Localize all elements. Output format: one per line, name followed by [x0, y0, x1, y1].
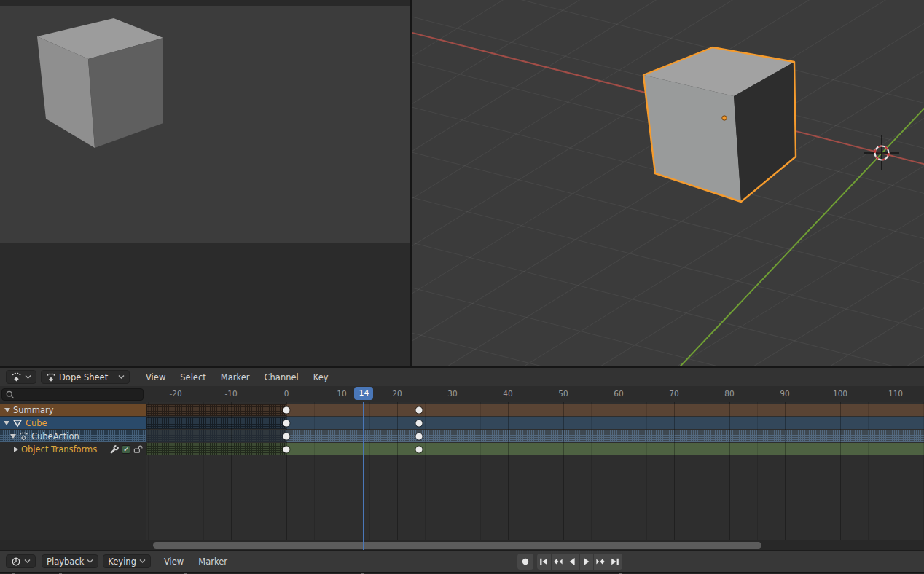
keying-dropdown[interactable]: Keying	[103, 554, 151, 568]
menu-key[interactable]: Key	[306, 372, 336, 382]
search-icon	[6, 390, 15, 399]
record-circle-icon	[520, 556, 531, 567]
channel-label: Summary	[13, 405, 54, 415]
keyframe-dot[interactable]	[416, 446, 423, 452]
viewport-header-clipped	[0, 0, 410, 6]
jump-to-prev-keyframe-button[interactable]	[552, 554, 566, 570]
cube-object-preview[interactable]	[0, 6, 410, 243]
timeline-editor-header: Playback Keying View Marker	[0, 550, 924, 572]
playhead-line[interactable]	[363, 402, 364, 550]
channel-label: Object Transforms	[21, 444, 106, 455]
checkbox-checked[interactable]: ✓	[122, 445, 130, 454]
keyframe-dot[interactable]	[283, 420, 290, 426]
ruler-tick: 50	[558, 389, 568, 398]
ruler-tick: 90	[780, 389, 789, 398]
pre-range-shade	[146, 430, 286, 442]
ruler-tick: 70	[669, 389, 678, 398]
object-origin-dot	[722, 116, 727, 120]
camera-preview-region[interactable]	[0, 6, 410, 243]
keyframe-dot[interactable]	[283, 433, 290, 439]
keyframe-dot[interactable]	[416, 433, 423, 439]
channel-label: Cube	[26, 418, 47, 428]
action-icon	[19, 431, 28, 441]
ruler-tick: 40	[503, 389, 512, 398]
pre-range-shade	[146, 404, 286, 416]
wrench-icon[interactable]	[109, 444, 119, 454]
playback-label: Playback	[47, 557, 84, 567]
dope-sheet-header: Dope Sheet View Select Marker Channel Ke…	[0, 368, 924, 386]
blender-window: Dope Sheet View Select Marker Channel Ke…	[0, 0, 924, 574]
chevron-down-icon	[24, 559, 31, 564]
horizontal-scrollbar[interactable]	[153, 542, 761, 549]
pre-range-shade	[146, 443, 286, 455]
ruler-tick: 30	[447, 389, 457, 398]
ruler-tick: 80	[724, 389, 734, 398]
jump-to-start-button[interactable]	[537, 554, 552, 570]
jump-to-end-button[interactable]	[608, 554, 623, 570]
ruler-tick: -10	[224, 389, 237, 398]
timeline-ruler[interactable]: -20-100102030405060708090100110 14	[0, 386, 924, 402]
menu-marker[interactable]: Marker	[191, 557, 235, 567]
secondary-3d-viewport[interactable]	[0, 0, 410, 366]
keying-label: Keying	[108, 557, 136, 567]
chevron-down-icon	[139, 559, 146, 564]
playhead-frame-badge[interactable]: 14	[354, 387, 373, 400]
dope-sheet-editor: Dope Sheet View Select Marker Channel Ke…	[0, 368, 924, 550]
dope-sheet-icon	[11, 371, 22, 382]
menu-view[interactable]: View	[138, 372, 173, 382]
viewport-empty-region[interactable]	[0, 243, 410, 366]
cube-object-selected[interactable]	[412, 0, 924, 366]
channel-list: Summary Cube CubeAction	[0, 402, 146, 540]
expand-triangle-icon[interactable]	[14, 447, 18, 452]
ruler-tick: 0	[284, 389, 289, 398]
3d-cursor	[860, 131, 904, 175]
keyframe-dot[interactable]	[416, 420, 423, 426]
timeline-editor-type-button[interactable]	[6, 554, 36, 568]
chevron-down-icon	[25, 374, 31, 380]
channel-object-transforms[interactable]: Object Transforms ✓	[0, 443, 146, 455]
keyframe-dot[interactable]	[416, 406, 423, 413]
playback-controls	[537, 554, 622, 570]
channel-label: CubeAction	[31, 431, 79, 441]
dope-sheet-icon	[46, 372, 56, 382]
mesh-data-icon	[12, 418, 23, 428]
clock-icon	[11, 557, 21, 567]
unlocked-icon[interactable]	[133, 444, 143, 454]
ruler-tick: 100	[833, 389, 847, 398]
collapse-triangle-icon[interactable]	[4, 421, 9, 425]
play-forward-button[interactable]	[580, 554, 595, 570]
collapse-triangle-icon[interactable]	[10, 434, 16, 439]
auto-key-record-button[interactable]	[517, 554, 533, 570]
channel-cubeaction[interactable]: CubeAction	[0, 430, 146, 442]
scrollbar-track[interactable]	[0, 540, 924, 550]
keyframe-area[interactable]	[146, 402, 924, 540]
search-input[interactable]	[17, 390, 134, 399]
main-3d-viewport[interactable]	[412, 0, 924, 366]
menu-channel[interactable]: Channel	[257, 372, 306, 382]
ruler-tick: 20	[392, 389, 402, 398]
ruler-tick: -20	[169, 389, 181, 398]
channel-cube[interactable]: Cube	[0, 417, 146, 429]
mode-dropdown[interactable]: Dope Sheet	[41, 370, 130, 384]
keyframe-dot[interactable]	[283, 446, 290, 452]
playback-dropdown[interactable]: Playback	[42, 554, 98, 568]
ruler-tick: 60	[614, 389, 623, 398]
ruler-tick: 10	[337, 389, 346, 398]
chevron-down-icon	[118, 374, 125, 380]
menu-view[interactable]: View	[157, 557, 191, 567]
collapse-triangle-icon[interactable]	[4, 408, 10, 412]
dope-sheet-body: Summary Cube CubeAction	[0, 402, 924, 540]
jump-to-next-keyframe-button[interactable]	[594, 554, 608, 570]
pre-range-shade	[146, 417, 286, 429]
ruler-tick: 110	[888, 389, 903, 398]
editor-type-button[interactable]	[6, 370, 36, 384]
chevron-down-icon	[87, 559, 93, 564]
channel-summary[interactable]: Summary	[0, 404, 146, 416]
play-reverse-button[interactable]	[565, 554, 580, 570]
keyframe-dot[interactable]	[283, 406, 290, 413]
menu-select[interactable]: Select	[173, 372, 213, 382]
menu-marker[interactable]: Marker	[214, 372, 257, 382]
mode-dropdown-label: Dope Sheet	[59, 372, 115, 382]
channel-search-box[interactable]	[1, 388, 144, 401]
